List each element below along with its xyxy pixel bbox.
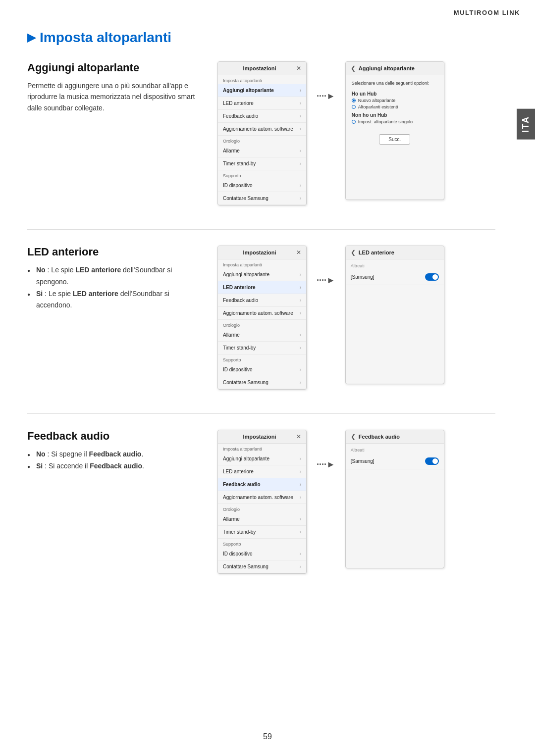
- arrow-1: ····►: [317, 61, 335, 101]
- radio-dot-singolo: [352, 120, 356, 124]
- menu-item-id-1[interactable]: ID dispositivo ›: [218, 179, 306, 192]
- subsection-title-aggiungi: Aggiungi altoparlante: [27, 61, 206, 74]
- language-tab: ITA: [517, 109, 535, 140]
- bullet-feedback-no: No : Si spegne il Feedback audio.: [27, 449, 206, 460]
- subsection-title-led: LED anteriore: [27, 246, 206, 258]
- right-title-feedback: Feedback audio: [359, 434, 400, 440]
- keyword-si-led: Si: [36, 290, 43, 298]
- keyword-no-led: No: [36, 266, 46, 274]
- menu-item-led-1[interactable]: LED anteriore ›: [218, 97, 306, 110]
- right-title-aggiungi: Aggiungi altoparlante: [359, 65, 415, 71]
- menu-item-feedback-3[interactable]: Feedback audio ›: [218, 478, 306, 491]
- close-btn-1[interactable]: ✕: [296, 65, 301, 72]
- menu-item-contattare-1[interactable]: Contattare Samsung ›: [218, 192, 306, 205]
- menu-section-orologio-3: Orologio: [218, 504, 306, 513]
- menu-section-imposta-3: Imposta altoparlanti: [218, 444, 306, 453]
- app-screen-impostazioni-1: Impostazioni ✕ Imposta altoparlanti Aggi…: [217, 61, 307, 205]
- radio-singolo[interactable]: Impost. altoparlante singolo: [352, 119, 438, 124]
- keyword-feedback-2: Feedback audio: [90, 462, 142, 470]
- close-btn-3[interactable]: ✕: [296, 433, 301, 440]
- subsection-title-feedback: Feedback audio: [27, 430, 206, 443]
- menu-item-aggiungi-3[interactable]: Aggiungi altoparlante ›: [218, 453, 306, 465]
- app-title-1: Impostazioni: [223, 65, 296, 71]
- menu-item-feedback-1[interactable]: Feedback audio ›: [218, 110, 306, 123]
- menu-item-timer-2[interactable]: Timer stand-by ›: [218, 342, 306, 354]
- toggle-switch-feedback[interactable]: [425, 457, 439, 465]
- radio-esistenti[interactable]: Altoparlanti esistenti: [352, 104, 438, 109]
- right-header-aggiungi: ❮ Aggiungi altoparlante: [346, 62, 444, 75]
- menu-item-allarme-3[interactable]: Allarme ›: [218, 513, 306, 526]
- right-header-feedback: ❮ Feedback audio: [346, 430, 444, 444]
- toggle-feedback[interactable]: [Samsung]: [346, 454, 444, 469]
- radio-nuovo[interactable]: Nuovo altoparlante: [352, 98, 438, 103]
- keyword-led-2: LED anteriore: [73, 290, 118, 298]
- device-label-feedback: Altreati: [346, 444, 444, 454]
- mockups-led: Impostazioni ✕ Imposta altoparlanti Aggi…: [217, 246, 495, 390]
- radio-dot-nuovo: [352, 99, 356, 102]
- device-label-led: Altreati: [346, 259, 444, 269]
- hub-group: Ho un Hub Nuovo altoparlante Altoparlant…: [352, 91, 438, 109]
- menu-section-orologio-2: Orologio: [218, 320, 306, 329]
- divider-1: [27, 229, 495, 230]
- right-content-aggiungi: Selezionare una delle seguenti opzioni: …: [346, 75, 444, 150]
- app-header-3: Impostazioni ✕: [218, 430, 306, 444]
- close-btn-2[interactable]: ✕: [296, 249, 301, 256]
- menu-section-supporto-3: Supporto: [218, 539, 306, 548]
- radio-dot-esistenti: [352, 105, 356, 109]
- right-title-led: LED anteriore: [359, 250, 394, 255]
- succ-button[interactable]: Succ.: [379, 134, 410, 145]
- hub-label: Ho un Hub: [352, 91, 438, 97]
- bullet-feedback-si: Si : Si accende il Feedback audio.: [27, 460, 206, 472]
- menu-item-timer-3[interactable]: Timer stand-by ›: [218, 526, 306, 539]
- menu-section-imposta-1: Imposta altoparlanti: [218, 75, 306, 84]
- no-hub-group: Non ho un Hub Impost. altoparlante singo…: [352, 112, 438, 124]
- toggle-switch-led[interactable]: [425, 273, 439, 281]
- menu-item-contattare-3[interactable]: Contattare Samsung ›: [218, 560, 306, 573]
- mockups-aggiungi: Impostazioni ✕ Imposta altoparlanti Aggi…: [217, 61, 495, 205]
- back-btn-aggiungi[interactable]: ❮: [351, 65, 356, 72]
- arrow-3: ····►: [317, 430, 335, 470]
- menu-item-aggiungi-1[interactable]: Aggiungi altoparlante ›: [218, 84, 306, 97]
- menu-item-aggiornamento-3[interactable]: Aggiornamento autom. software ›: [218, 491, 306, 504]
- app-title-2: Impostazioni: [223, 250, 296, 255]
- menu-section-orologio-1: Orologio: [218, 136, 306, 145]
- keyword-no-feedback: No: [36, 450, 46, 458]
- no-hub-label: Non ho un Hub: [352, 112, 438, 118]
- menu-item-id-3[interactable]: ID dispositivo ›: [218, 548, 306, 560]
- menu-item-aggiungi-2[interactable]: Aggiungi altoparlante ›: [218, 268, 306, 281]
- bullet-list-led: No : Le spie LED anteriore dell'Soundbar…: [27, 264, 206, 311]
- menu-item-id-2[interactable]: ID dispositivo ›: [218, 363, 306, 376]
- right-header-led: ❮ LED anteriore: [346, 246, 444, 259]
- keyword-feedback-1: Feedback audio: [89, 450, 142, 458]
- menu-item-allarme-2[interactable]: Allarme ›: [218, 329, 306, 342]
- menu-item-aggiornamento-1[interactable]: Aggiornamento autom. software ›: [218, 123, 306, 136]
- multiroom-link-label: MULTIROOM LINK: [454, 9, 520, 16]
- menu-item-led-2[interactable]: LED anteriore ›: [218, 281, 306, 294]
- back-btn-led[interactable]: ❮: [351, 249, 356, 256]
- menu-item-feedback-2[interactable]: Feedback audio ›: [218, 294, 306, 307]
- menu-item-allarme-1[interactable]: Allarme ›: [218, 145, 306, 157]
- mockups-feedback: Impostazioni ✕ Imposta altoparlanti Aggi…: [217, 430, 495, 574]
- app-header-2: Impostazioni ✕: [218, 246, 306, 259]
- aggiungi-intro: Selezionare una delle seguenti opzioni:: [352, 80, 438, 87]
- menu-item-led-3[interactable]: LED anteriore ›: [218, 465, 306, 478]
- right-screen-led: ❮ LED anteriore Altreati [Samsung]: [345, 246, 444, 384]
- menu-section-supporto-2: Supporto: [218, 354, 306, 363]
- back-btn-feedback[interactable]: ❮: [351, 433, 356, 440]
- keyword-led-1: LED anteriore: [75, 266, 121, 274]
- bullet-list-feedback: No : Si spegne il Feedback audio. Si : S…: [27, 449, 206, 472]
- arrow-2: ····►: [317, 246, 335, 286]
- menu-section-supporto-1: Supporto: [218, 170, 306, 179]
- app-screen-impostazioni-2: Impostazioni ✕ Imposta altoparlanti Aggi…: [217, 246, 307, 390]
- subsection-desc-aggiungi: Permette di aggiungere una o più soundba…: [27, 80, 206, 113]
- menu-item-aggiornamento-2[interactable]: Aggiornamento autom. software ›: [218, 307, 306, 320]
- menu-section-imposta-2: Imposta altoparlanti: [218, 259, 306, 268]
- menu-item-timer-1[interactable]: Timer stand-by ›: [218, 157, 306, 170]
- page-number: 59: [263, 732, 272, 741]
- toggle-led[interactable]: [Samsung]: [346, 269, 444, 285]
- menu-item-contattare-2[interactable]: Contattare Samsung ›: [218, 376, 306, 389]
- subsection-led: LED anteriore No : Le spie LED anteriore…: [27, 246, 495, 390]
- device-name-feedback: [Samsung]: [351, 458, 374, 464]
- keyword-si-feedback: Si: [36, 462, 43, 470]
- bullet-led-si: Si : Le spie LED anteriore dell'Soundbar…: [27, 288, 206, 312]
